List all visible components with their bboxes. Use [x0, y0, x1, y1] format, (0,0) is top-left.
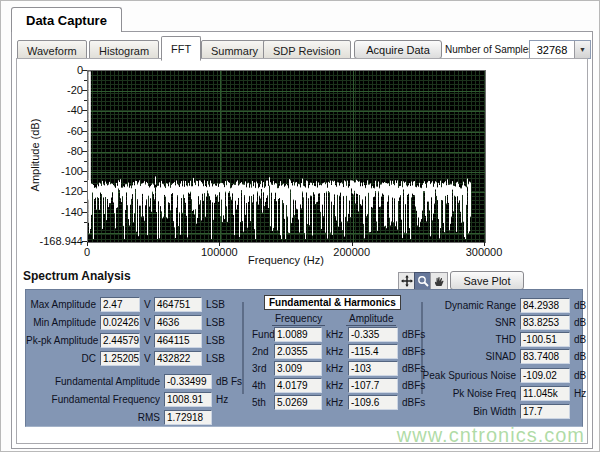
pk-noise-freq-field[interactable]: 11.045k	[520, 386, 570, 401]
y-minor-tick-mark	[84, 80, 87, 81]
field-label: Pk-pk Amplitude	[26, 335, 100, 346]
x-tick-label: 200000	[333, 246, 370, 258]
harmonic-freq-field[interactable]: 5.0269	[274, 395, 322, 410]
pkpk-amplitude-lsb-field[interactable]: 464115	[154, 333, 202, 348]
y-tick-mark	[82, 212, 87, 213]
unit-label: V	[140, 353, 154, 364]
y-minor-tick-mark	[84, 141, 87, 142]
unit-label: dB	[570, 300, 586, 311]
field-label: THD	[366, 334, 520, 345]
unit-label: dB	[570, 334, 586, 345]
pkpk-amplitude-row: Pk-pk Amplitude 2.44579 V 464115 LSB	[26, 333, 225, 348]
harmonic-freq-field[interactable]: 4.0179	[274, 378, 322, 393]
fft-plot-canvas[interactable]	[87, 70, 486, 243]
spectrum-analysis-panel: Max Amplitude 2.47 V 464751 LSB Min Ampl…	[25, 289, 583, 427]
y-tick-mark	[82, 90, 87, 91]
harmonic-freq-field[interactable]: 1.0089	[274, 327, 322, 342]
unit-label: Hz	[570, 388, 586, 399]
tab-data-capture[interactable]: Data Capture	[11, 7, 122, 32]
unit-label: Hz	[212, 394, 228, 405]
y-tick-mark	[82, 110, 87, 111]
x-tick-label: 300000	[466, 246, 503, 258]
y-tick-label: -20	[67, 84, 83, 96]
y-tick-label: -168.944	[40, 235, 83, 247]
pk-noise-freq-row: Pk Noise Freq 11.045k Hz	[366, 386, 586, 401]
number-of-samples-combo[interactable]: 32768 ▼	[529, 40, 591, 59]
sinad-field[interactable]: 83.7408	[520, 349, 570, 364]
dc-volts-field[interactable]: 1.25205	[100, 351, 140, 366]
field-label: Peak Spurious Noise	[366, 370, 520, 381]
y-tick-mark	[82, 171, 87, 172]
harmonic-freq-field[interactable]: 2.0355	[274, 344, 322, 359]
unit-label: dB Fs	[212, 376, 242, 387]
y-minor-tick-mark	[84, 202, 87, 203]
y-tick-mark	[82, 191, 87, 192]
unit-label: LSB	[202, 335, 225, 346]
spectrum-analysis-title: Spectrum Analysis	[23, 269, 131, 283]
peak-spurious-noise-field[interactable]: -109.02	[520, 368, 570, 383]
rms-row: RMS 1.72918	[26, 410, 216, 425]
snr-row: SNR 83.8253 dB	[366, 315, 586, 330]
tab-fft[interactable]: FFT	[161, 36, 201, 61]
y-minor-tick-mark	[84, 222, 87, 223]
pan-tool-button[interactable]	[430, 272, 448, 290]
dc-lsb-field[interactable]: 432822	[154, 351, 202, 366]
field-label: Max Amplitude	[26, 299, 100, 310]
harmonic-label: 5th	[252, 397, 274, 408]
save-plot-button[interactable]: Save Plot	[450, 271, 524, 290]
unit-label: V	[140, 299, 154, 310]
pkpk-amplitude-volts-field[interactable]: 2.44579	[100, 333, 140, 348]
magnifier-icon	[417, 275, 429, 287]
unit-label: V	[140, 317, 154, 328]
max-amplitude-volts-field[interactable]: 2.47	[100, 297, 140, 312]
number-of-samples-label: Number of Samples	[445, 44, 533, 55]
harmonic-label: 3rd	[252, 363, 274, 374]
fundamental-frequency-row: Fundamental Frequency 1008.91 Hz	[26, 392, 228, 407]
y-tick-label: -140	[61, 206, 83, 218]
acquire-data-button[interactable]: Acquire Data	[354, 40, 442, 59]
x-tick-label: 100000	[201, 246, 238, 258]
y-minor-tick-mark	[84, 100, 87, 101]
hand-icon	[433, 275, 445, 287]
unit-label: kHz	[322, 380, 348, 391]
unit-label: dB	[570, 370, 586, 381]
min-amplitude-volts-field[interactable]: 0.0242615	[100, 315, 140, 330]
rms-field[interactable]: 1.72918	[164, 410, 212, 425]
thd-row: THD -100.51 dB	[366, 332, 586, 347]
unit-label: kHz	[322, 329, 348, 340]
sinad-row: SINAD 83.7408 dB	[366, 349, 586, 364]
y-axis-label: Amplitude (dB)	[29, 119, 41, 192]
fundamental-frequency-field[interactable]: 1008.91	[164, 392, 212, 407]
harmonic-freq-field[interactable]: 3.009	[274, 361, 322, 376]
dynamic-range-field[interactable]: 84.2938	[520, 298, 570, 313]
min-amplitude-lsb-field[interactable]: 4636	[154, 315, 202, 330]
panel-divider	[242, 302, 244, 394]
unit-label: dB	[570, 317, 586, 328]
data-capture-window: Data Capture Waveform Histogram FFT Summ…	[0, 0, 600, 452]
unit-label: V	[140, 335, 154, 346]
combo-dropdown-button[interactable]: ▼	[574, 41, 590, 58]
y-minor-tick-mark	[84, 181, 87, 182]
unit-label: LSB	[202, 317, 225, 328]
y-minor-tick-mark	[84, 161, 87, 162]
snr-field[interactable]: 83.8253	[520, 315, 570, 330]
crosshair-icon	[401, 275, 413, 287]
max-amplitude-lsb-field[interactable]: 464751	[154, 297, 202, 312]
field-label: Fundamental Frequency	[26, 394, 164, 405]
bin-width-field[interactable]: 17.7	[520, 404, 570, 419]
unit-label: kHz	[322, 363, 348, 374]
field-label: RMS	[26, 412, 164, 423]
y-tick-mark	[82, 70, 87, 71]
field-label: Min Amplitude	[26, 317, 100, 328]
field-label: SNR	[366, 317, 520, 328]
y-tick-mark	[82, 151, 87, 152]
y-tick-label: -80	[67, 145, 83, 157]
unit-label: LSB	[202, 299, 225, 310]
fundamental-amplitude-field[interactable]: -0.33499	[164, 374, 212, 389]
field-label: Fundamental Amplitude	[26, 376, 164, 387]
x-tick-label: 0	[84, 246, 90, 258]
thd-field[interactable]: -100.51	[520, 332, 570, 347]
harmonic-label: Fund	[252, 329, 274, 340]
frequency-column-header: Frequency	[272, 313, 325, 326]
dynamic-range-row: Dynamic Range 84.2938 dB	[366, 298, 586, 313]
